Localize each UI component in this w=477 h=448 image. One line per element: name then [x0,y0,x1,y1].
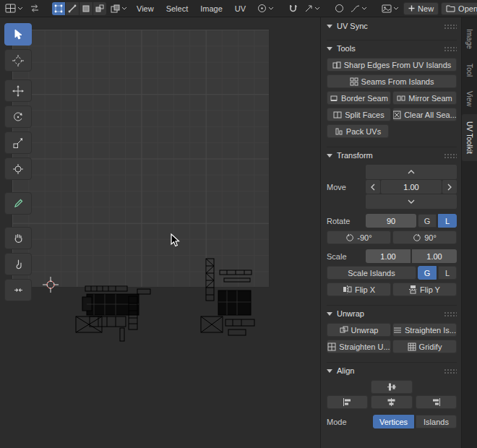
chevron-up-icon [408,170,415,174]
proportional-editing-toggle[interactable] [332,2,346,15]
folder-icon [446,4,455,12]
straighten-uvs-button[interactable]: Straighten U... [327,340,391,353]
uv-sync-selection-toggle[interactable] [27,2,42,15]
sharp-edges-label: Sharp Edges From UV Islands [344,61,452,69]
gridify-button[interactable]: Gridify [392,340,457,353]
editor-type-dropdown[interactable] [3,2,25,15]
panel-grip-icon[interactable] [444,24,457,29]
new-image-label: New [418,4,434,13]
seams-from-islands-button[interactable]: Seams From Islands [327,74,457,88]
select-mode-face-button[interactable] [80,2,93,15]
pack-uvs-button[interactable]: Pack UVs [327,124,389,138]
sharp-edges-button[interactable]: Sharp Edges From UV Islands [327,58,457,72]
pinch-brush-button[interactable] [4,279,32,301]
clear-all-seams-button[interactable]: Clear All Sea... [392,108,457,121]
uv-sync-section-header[interactable]: UV Sync [327,19,457,33]
proportional-falloff-dropdown[interactable] [348,2,369,15]
chevron-down-icon [408,199,415,204]
panel-grip-icon[interactable] [444,46,457,51]
align-left-button[interactable] [327,395,368,409]
rotate-cw-button[interactable]: 90° [392,231,457,244]
new-image-button[interactable]: New [403,2,439,15]
plus-icon [408,5,415,12]
menu-image[interactable]: Image [195,2,228,15]
flip-y-button[interactable]: Flip Y [392,283,457,296]
align-center-button[interactable] [371,395,412,409]
panel-grip-icon[interactable] [444,311,457,316]
snap-toggle[interactable] [286,2,300,15]
unwrap-button[interactable]: Unwrap [327,323,391,337]
move-up-button[interactable] [366,165,457,179]
chevron-down-icon [268,7,274,10]
sticky-select-dropdown[interactable] [108,2,129,15]
scale-tool-button[interactable] [4,132,32,154]
mirror-seam-button[interactable]: Mirror Seam [392,91,457,105]
transform-gizmo-icon [12,163,24,175]
transform-tool-button[interactable] [4,158,32,180]
move-left-button[interactable] [366,180,380,194]
border-seam-button[interactable]: Border Seam [327,91,391,105]
select-mode-vertex-button[interactable] [52,2,65,15]
scale-x-field[interactable]: 1.00 [366,249,411,263]
open-image-button[interactable]: Open [441,2,477,15]
straighten-islands-button[interactable]: Straighten Is... [392,323,457,337]
rotate-ccw-button[interactable]: -90° [327,231,391,244]
pivot-point-dropdown[interactable] [255,2,276,15]
move-distance-field[interactable]: 1.00 [381,180,442,194]
scale-local-button[interactable]: L [438,266,457,280]
image-browse-dropdown[interactable] [379,2,401,15]
align-section-header[interactable]: Align [327,362,457,376]
tab-uv-toolkit[interactable]: UV Toolkit [462,114,477,161]
align-right-button[interactable] [416,395,457,409]
rotate-global-button[interactable]: G [418,214,437,228]
scale-global-button[interactable]: G [418,266,437,280]
flip-x-button[interactable]: Flip X [327,283,391,296]
rotate-tool-button[interactable] [4,105,32,128]
tools-header-label: Tools [337,44,356,53]
transform-section-header[interactable]: Transform [327,147,457,161]
scale-islands-button[interactable]: Scale Islands [327,266,416,280]
panel-grip-icon[interactable] [444,153,457,158]
edge-mode-icon [68,4,77,13]
tab-view[interactable]: View [462,84,477,114]
transform-header-label: Transform [337,151,373,160]
move-right-button[interactable] [442,180,457,194]
select-mode-edge-button[interactable] [66,2,79,15]
tweak-tool-button[interactable] [4,23,32,46]
menu-view[interactable]: View [132,2,159,15]
panel-grip-icon[interactable] [444,369,457,374]
move-tool-button[interactable] [4,79,32,102]
uv-islands[interactable] [65,253,267,347]
snap-settings-dropdown[interactable] [302,2,322,15]
caret-down-icon [327,312,332,316]
mode-islands-button[interactable]: Islands [416,415,457,428]
move-down-button[interactable] [366,194,457,209]
tab-tool[interactable]: Tool [462,56,477,84]
tool-shelf [4,23,32,301]
image-icon [382,4,392,13]
clear-all-seams-label: Clear All Sea... [404,111,457,119]
snap-target-icon [304,4,313,13]
rotate-angle-field[interactable]: 90 [366,214,416,228]
uv-editor-canvas[interactable] [0,17,320,448]
align-middle-button[interactable] [371,380,413,394]
rotate-local-button[interactable]: L [438,214,457,228]
scale-y-field[interactable]: 1.00 [412,249,457,263]
tab-image[interactable]: Image [462,22,477,56]
unwrap-section-header[interactable]: Unwrap [327,305,457,319]
gridify-icon [408,343,416,351]
select-mode-island-button[interactable] [93,2,106,15]
annotate-tool-button[interactable] [4,192,32,215]
tools-section-header[interactable]: Tools [327,40,457,54]
grab-brush-button[interactable] [4,227,32,249]
mode-vertices-button[interactable]: Vertices [373,415,414,428]
split-faces-button[interactable]: Split Faces [327,108,391,121]
uv-grid[interactable] [12,29,270,288]
menu-select[interactable]: Select [161,2,194,15]
cursor-tool-button[interactable] [4,49,32,72]
relax-brush-button[interactable] [4,253,32,275]
annotate-pencil-icon [13,198,24,209]
caret-down-icon [327,47,332,51]
unwrap-icon [340,326,348,335]
menu-uv[interactable]: UV [230,2,251,15]
